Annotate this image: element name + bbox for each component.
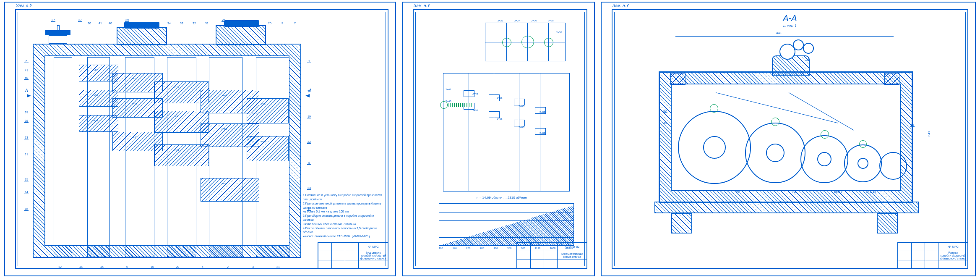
bearing-cap-icon [771,118,779,126]
handle-ball-icon [793,39,804,50]
speed-range: n = 14,69 об/мин … 2310 об/мин [477,196,527,199]
z-label: z=38 [92,94,98,97]
gear-14 [247,136,289,161]
section-foot [877,213,898,233]
shaft-col-2 [87,57,110,245]
z-label: z=55 [222,128,227,130]
sheet-left-tag: Зам. а.У [16,3,32,8]
gear-circle [879,152,907,180]
balloon: 20 [175,265,180,269]
section-arrow-icon [27,94,31,97]
z-label: z=55 [222,182,227,185]
balloon: 26 [222,18,226,22]
tb-code: А2 лист 02 [558,243,586,251]
kin-label: 2=48 [472,92,478,95]
balloon: 19 [307,115,311,118]
balloon: 37 [51,18,55,22]
z-label: z=48 [222,94,227,97]
balloon: 34 [167,22,171,25]
balloon: 9 [280,22,284,25]
section-label: А-А [612,13,967,23]
balloon: 8 [307,161,311,165]
balloon: 10 [150,265,154,269]
balloon: 35 [154,22,159,25]
kin-label: 2=30 [531,19,537,22]
gear-3 [79,115,118,132]
kin-label: 2=38 [556,31,562,34]
balloon: 27 [78,18,82,22]
bearing-b4 [167,245,196,257]
sheet-left-frame: А А 37 27 30 41 40 29 28 35 34 33 32 31 … [15,9,388,269]
z-label: z=68 [261,140,266,143]
tb-title: Кинематическая схема станка [558,251,586,259]
balloon: 14 [24,191,29,194]
balloon: 3 [251,265,255,269]
worm-icon [448,103,473,107]
z-label: z=30 [92,119,98,122]
z-label: z=27 [92,69,98,71]
bearing-b1 [54,245,72,257]
kin-label: 2=21 [498,19,503,22]
titleblock-left: КР МРС Вид сверху коробки скоростей фрез… [318,242,388,268]
tb-title: Вид сверху коробки скоростей фрезерного … [359,251,388,260]
balloon: 11 [24,153,29,156]
tb-code: КР МРС [938,243,967,251]
kin-label: 2=48 [446,100,451,102]
kin-label: 2=68 [519,126,524,129]
dim-label: 73 [792,190,796,194]
gear-13 [247,98,289,123]
bolt-head-2 [224,20,259,27]
sheet-right: Зам. а.У А-А лист 1 [601,2,976,276]
sheet-right-tag: Зам. а.У [612,3,629,8]
section-foot [671,213,692,233]
z-label: z=38 [132,136,137,139]
bearing-b6 [256,245,289,257]
bearing-b2 [87,245,110,257]
flange-bolt [884,73,899,85]
dim-label: 90 [736,190,740,194]
balloon: 12 [58,265,62,269]
balloon: 5 [125,265,129,269]
tb-code: КР МРС [359,243,388,251]
sheet-left: Зам. а.У [4,2,396,276]
z-label: z=21 [174,149,179,151]
dim-label: 341 [927,131,931,136]
bearing-b3 [125,245,154,257]
section-letter-a: А [25,88,28,93]
gear-9 [154,144,209,166]
z-label: z=27 [261,102,266,105]
titleblock-right: КР МРС Разрез коробки скоростей фрезерно… [897,242,967,268]
balloon: 4 [201,265,205,269]
balloon: 7 [293,22,297,25]
kin-label: 2=60 [519,105,524,108]
kin-sub-top [485,23,566,61]
balloon: 24 [255,22,259,25]
balloon: 51 [910,123,915,127]
tb-title: Разрез коробки скоростей фрезерного стан… [938,251,967,260]
shaft-col-5 [209,57,242,245]
balloon: 41 [98,22,102,25]
sheet-middle-tag: Зам. а.У [414,3,430,8]
kin-label: 2=38 [548,19,554,22]
balloon: 29 [125,18,129,22]
gear-12 [201,178,259,202]
balloon: 25 [268,22,272,25]
kin-main [443,73,570,191]
gear-circle [745,123,805,183]
z-label: z=26 [132,77,137,80]
kin-label: 2=52 [472,109,478,112]
sheet-middle-frame: 2=21 2=27 2=30 2=38 2=38 [413,9,587,269]
z-label: z=30 [174,115,179,118]
titleblock-middle: А2 лист 02 Кинематическая схема станка [516,242,586,268]
sheet-right-frame: А-А лист 1 [612,9,968,269]
bearing-cap-icon [821,130,829,139]
balloon: 46 [79,265,83,269]
shaft-col-1 [54,57,72,245]
balloon: 28 [142,22,146,25]
balloon: 45 [100,265,104,269]
balloon: 15 [24,178,29,181]
balloon: 21 [276,265,280,269]
kin-label: 2=27 [514,19,520,22]
gear-circle [678,111,751,184]
balloon: 23 [307,186,311,190]
